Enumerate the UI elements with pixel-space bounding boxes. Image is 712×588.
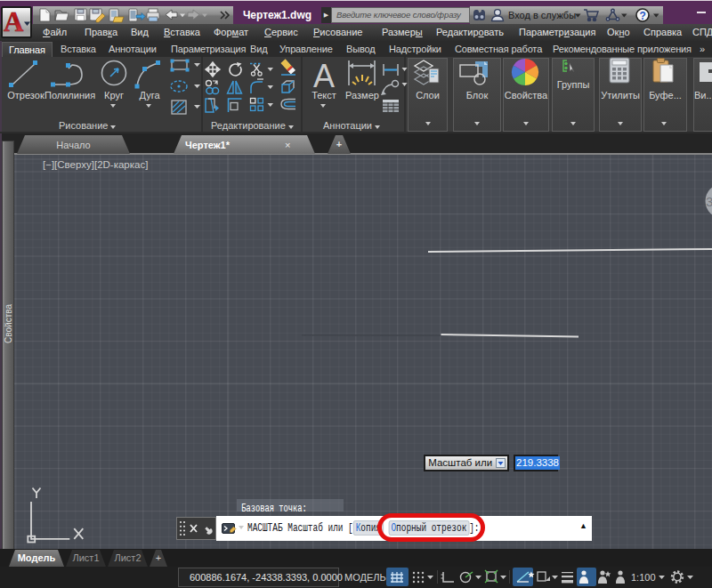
svg-text:A: A — [4, 8, 24, 36]
svg-text:A: A — [313, 58, 335, 94]
svg-text:3: 3 — [706, 194, 712, 209]
svg-text:Вход в службы: Вход в службы — [508, 10, 576, 20]
svg-text:МОДЕЛЬ: МОДЕЛЬ — [344, 572, 386, 583]
svg-text:?: ? — [640, 10, 646, 22]
svg-text:1:100: 1:100 — [631, 572, 656, 583]
svg-text:600886.1674, -24338.3393, 0.00: 600886.1674, -24338.3393, 0.0000 — [190, 572, 343, 583]
